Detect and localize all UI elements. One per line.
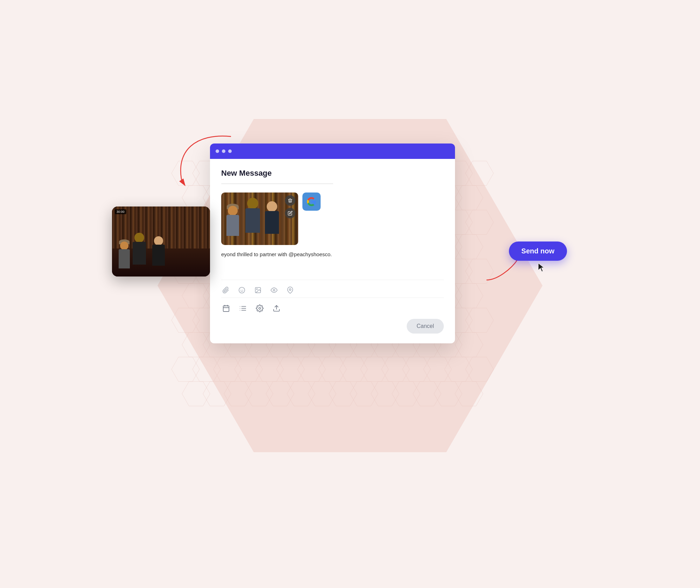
svg-marker-117 [172, 357, 200, 382]
cursor-arrow [538, 262, 546, 272]
titlebar-dot-3 [228, 149, 232, 153]
cancel-button[interactable]: Cancel [407, 319, 444, 334]
message-body-text: eyond thrilled to partner with @peachysh… [221, 251, 444, 259]
title-divider [221, 183, 333, 184]
svg-marker-1 [172, 161, 200, 186]
browser-window: New Message [210, 144, 455, 343]
action-bar [221, 298, 444, 313]
svg-marker-132 [182, 382, 210, 406]
calendar-icon-button[interactable] [221, 303, 231, 313]
browser-titlebar [210, 144, 455, 159]
svg-point-151 [257, 288, 258, 289]
emoji-icon-button[interactable] [237, 286, 246, 295]
image-icon-button[interactable] [253, 286, 262, 295]
titlebar-dot-2 [222, 149, 225, 153]
location-icon-button[interactable] [286, 286, 295, 295]
eye-icon-button[interactable] [270, 286, 279, 295]
media-thumbnail [221, 192, 298, 245]
svg-marker-166 [538, 263, 544, 272]
titlebar-dot-1 [216, 149, 219, 153]
svg-point-164 [259, 307, 261, 309]
upload-icon-button[interactable] [272, 303, 281, 313]
buttons-row: Cancel [221, 313, 444, 335]
modal-content: New Message [210, 159, 455, 343]
svg-point-152 [273, 289, 275, 291]
modal-title: New Message [221, 169, 444, 178]
video-thumbnail-card: 30:00 [112, 206, 210, 276]
media-row [221, 192, 444, 245]
svg-rect-154 [223, 306, 229, 312]
delete-media-button[interactable] [285, 195, 295, 206]
google-workspace-icon [302, 192, 321, 211]
compose-toolbar [221, 280, 444, 298]
video-timestamp: 30:00 [115, 209, 126, 214]
settings-icon-button[interactable] [255, 303, 265, 313]
svg-point-147 [239, 287, 245, 293]
hex-container: 30:00 New Message [140, 102, 560, 486]
attachment-icon-button[interactable] [221, 286, 230, 295]
list-icon-button[interactable] [238, 303, 248, 313]
send-now-button[interactable]: Send now [509, 241, 567, 261]
media-actions [285, 195, 295, 218]
svg-point-153 [289, 288, 291, 290]
edit-media-button[interactable] [285, 208, 295, 218]
